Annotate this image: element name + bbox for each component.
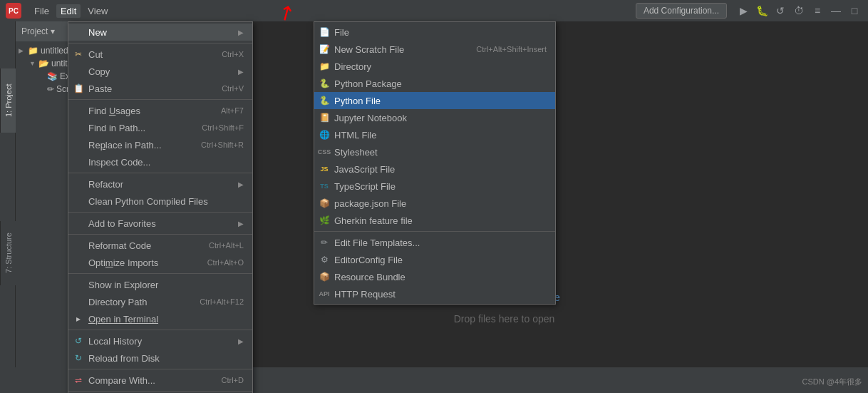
gherkin-icon: 🌿 xyxy=(319,215,330,226)
new-http-request-item[interactable]: API HTTP Request xyxy=(314,285,555,302)
new-stylesheet-item[interactable]: CSS Stylesheet xyxy=(314,143,555,160)
add-config-button[interactable]: Add Configuration... xyxy=(636,3,727,19)
new-python-file-item[interactable]: 🐍 Python File xyxy=(314,92,555,109)
menu-file[interactable]: File xyxy=(30,4,53,18)
menu-item-clean-python[interactable]: Clean Python Compiled Files xyxy=(68,193,252,210)
menu-item-open-terminal[interactable]: ▸ Open in Terminal xyxy=(68,310,252,327)
new-editorconfig-item[interactable]: ⚙ EditorConfig File xyxy=(314,251,555,268)
panel-title: Project xyxy=(21,26,48,36)
fav-icon xyxy=(73,218,84,229)
menu-edit[interactable]: Edit xyxy=(56,4,81,18)
paste-icon: 📋 xyxy=(73,83,84,94)
optimize-icon xyxy=(73,257,84,268)
menu-item-replace-in-path[interactable]: Replace in Path... Ctrl+Shift+R xyxy=(68,136,252,153)
maximize-icon[interactable]: □ xyxy=(847,3,862,19)
new-resource-bundle-item[interactable]: 📦 Resource Bundle xyxy=(314,268,555,285)
vtab-project[interactable]: 1: Project xyxy=(0,68,16,133)
folder-icon: 📂 xyxy=(38,58,49,68)
jupyter-icon: 📔 xyxy=(319,112,330,123)
tree-label: untitled xyxy=(41,46,68,56)
new-file-item[interactable]: 📄 File xyxy=(314,24,555,41)
context-menu-edit: New ▶ ✂ Cut Ctrl+X Copy ▶ 📋 Paste Ctrl+V… xyxy=(68,21,253,393)
menu-item-refactor[interactable]: Refactor ▶ xyxy=(68,175,252,193)
profile-icon[interactable]: ⏱ xyxy=(791,3,807,19)
separator xyxy=(68,43,252,44)
menu-view[interactable]: View xyxy=(83,4,112,18)
menu-item-show-explorer[interactable]: Show in Explorer xyxy=(68,276,252,293)
refactor-icon xyxy=(73,178,84,190)
scratch-icon: 📝 xyxy=(319,44,330,55)
tree-arrow: ▼ xyxy=(29,60,36,67)
menu-item-dir-path[interactable]: Directory Path Ctrl+Alt+F12 xyxy=(68,293,252,310)
new-js-item[interactable]: JS JavaScript File xyxy=(314,160,555,178)
separator xyxy=(68,330,252,330)
terminal-icon: ▸ xyxy=(73,313,84,325)
directory-icon: 📁 xyxy=(319,61,330,72)
new-icon xyxy=(73,26,84,38)
cut-icon: ✂ xyxy=(73,49,84,60)
ts-icon: TS xyxy=(319,180,330,192)
menu-item-reformat-code[interactable]: Reformat Code Ctrl+Alt+L xyxy=(68,237,252,254)
replace-icon xyxy=(73,139,84,150)
panel-dropdown[interactable]: ▾ xyxy=(51,26,55,36)
new-submenu: 📄 File 📝 New Scratch File Ctrl+Alt+Shift… xyxy=(314,21,556,305)
explorer-icon xyxy=(73,279,84,290)
edit-file-templates-item[interactable]: ✏ Edit File Templates... xyxy=(314,234,555,251)
copy-icon xyxy=(73,66,84,77)
folder-icon: 📁 xyxy=(28,46,38,56)
python-package-icon: 🐍 xyxy=(319,78,330,89)
edit-templates-icon: ✏ xyxy=(319,237,330,248)
new-ts-item[interactable]: TS TypeScript File xyxy=(314,178,555,195)
drop-hint: Drop files here to open xyxy=(454,313,555,325)
menu-item-find-usages[interactable]: Find Usages Alt+F7 xyxy=(68,102,252,119)
new-directory-item[interactable]: 📁 Directory xyxy=(314,58,555,75)
separator xyxy=(68,391,252,392)
menu-item-cut[interactable]: ✂ Cut Ctrl+X xyxy=(68,46,252,63)
separator xyxy=(68,273,252,274)
debug-icon[interactable]: 🐛 xyxy=(754,3,770,19)
tree-arrow: ▶ xyxy=(19,47,26,54)
menu-item-copy[interactable]: Copy ▶ xyxy=(68,63,252,80)
app-logo: PC xyxy=(6,3,21,19)
js-icon: JS xyxy=(319,163,330,175)
menu-item-paste[interactable]: 📋 Paste Ctrl+V xyxy=(68,80,252,97)
new-jupyter-item[interactable]: 📔 Jupyter Notebook xyxy=(314,109,555,126)
menu-item-add-favorites[interactable]: Add to Favorites ▶ xyxy=(68,215,252,232)
find-icon xyxy=(73,105,84,116)
clean-icon xyxy=(73,195,84,207)
find-path-icon xyxy=(73,122,84,133)
menu-item-compare[interactable]: ⇌ Compare With... Ctrl+D xyxy=(68,372,252,389)
top-bar: PC File Edit View Add Configuration... ▶… xyxy=(0,0,868,21)
local-history-icon: ↺ xyxy=(73,335,84,347)
toolbar-icons: ▶ 🐛 ↺ ⏱ ≡ — □ xyxy=(735,3,862,19)
minimize-icon[interactable]: — xyxy=(828,3,844,19)
separator xyxy=(68,234,252,235)
menu-item-optimize-imports[interactable]: Optimize Imports Ctrl+Alt+O xyxy=(68,254,252,271)
menu-bar: File Edit View xyxy=(30,4,112,18)
menu-item-new[interactable]: New ▶ xyxy=(68,24,252,41)
run-icon[interactable]: ▶ xyxy=(735,3,751,19)
python-file-icon: 🐍 xyxy=(319,95,330,106)
new-pkg-json-item[interactable]: 📦 package.json File xyxy=(314,195,555,212)
separator xyxy=(314,231,555,232)
separator xyxy=(68,173,252,173)
new-gherkin-item[interactable]: 🌿 Gherkin feature file xyxy=(314,212,555,229)
menu-item-inspect-code[interactable]: Inspect Code... xyxy=(68,153,252,170)
resource-icon: 📦 xyxy=(319,271,330,282)
dir-icon xyxy=(73,296,84,307)
vtab-structure[interactable]: 7: Structure xyxy=(0,221,16,285)
file-icon: 📄 xyxy=(319,26,330,38)
menu-item-reload[interactable]: ↻ Reload from Disk xyxy=(68,349,252,367)
menu-item-local-history[interactable]: ↺ Local History ▶ xyxy=(68,332,252,349)
http-icon: API xyxy=(319,288,330,300)
reformat-icon xyxy=(73,240,84,251)
new-html-item[interactable]: 🌐 HTML File xyxy=(314,126,555,143)
inspect-icon xyxy=(73,156,84,168)
menu-item-find-in-path[interactable]: Find in Path... Ctrl+Shift+F xyxy=(68,119,252,136)
separator xyxy=(68,212,252,213)
new-scratch-item[interactable]: 📝 New Scratch File Ctrl+Alt+Shift+Insert xyxy=(314,41,555,58)
html-icon: 🌐 xyxy=(319,129,330,141)
new-python-package-item[interactable]: 🐍 Python Package xyxy=(314,75,555,92)
reload-icon[interactable]: ↺ xyxy=(773,3,788,19)
settings-icon[interactable]: ≡ xyxy=(810,3,825,19)
